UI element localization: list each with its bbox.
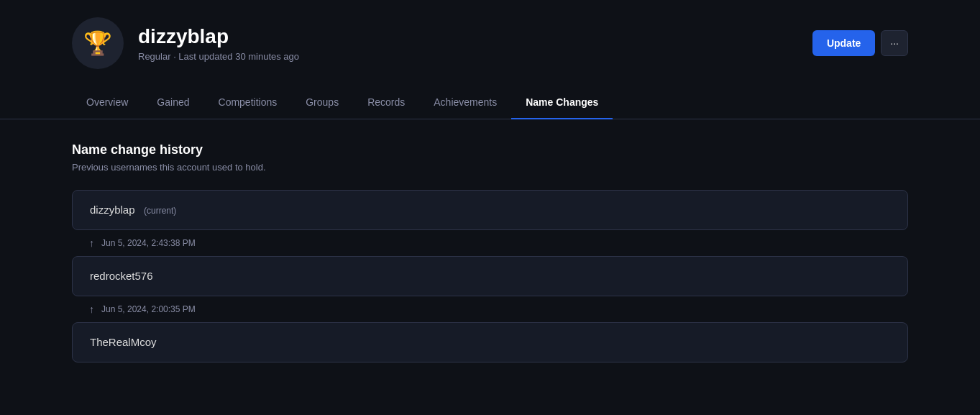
section-title: Name change history — [72, 142, 908, 158]
tab-achievements[interactable]: Achievements — [419, 86, 511, 119]
username: dizzyblap — [138, 24, 299, 49]
timestamp-2: Jun 5, 2024, 2:00:35 PM — [101, 304, 196, 314]
page-header: 🏆 dizzyblap Regular · Last updated 30 mi… — [0, 0, 980, 86]
timestamp-1: Jun 5, 2024, 2:43:38 PM — [101, 238, 196, 248]
user-meta: Regular · Last updated 30 minutes ago — [138, 51, 299, 62]
arrow-up-icon: ↑ — [89, 237, 94, 249]
tab-records[interactable]: Records — [353, 86, 419, 119]
tab-competitions[interactable]: Competitions — [204, 86, 292, 119]
tab-groups[interactable]: Groups — [291, 86, 353, 119]
header-actions: Update ··· — [812, 30, 908, 56]
name-entry-username: redrocket576 — [90, 270, 153, 282]
main-content: Name change history Previous usernames t… — [0, 119, 980, 386]
name-entry-current: dizzyblap (current) — [72, 190, 908, 230]
arrow-up-icon-2: ↑ — [89, 304, 94, 315]
user-profile-section: 🏆 dizzyblap Regular · Last updated 30 mi… — [72, 17, 299, 69]
section-description: Previous usernames this account used to … — [72, 162, 908, 173]
timeline-connector-2: ↑ Jun 5, 2024, 2:00:35 PM — [72, 296, 908, 322]
name-entry-username: dizzyblap — [90, 204, 135, 216]
tab-name-changes[interactable]: Name Changes — [511, 86, 613, 119]
name-entry-redrocket: redrocket576 — [72, 256, 908, 296]
timeline-connector-1: ↑ Jun 5, 2024, 2:43:38 PM — [72, 230, 908, 256]
update-button[interactable]: Update — [812, 30, 875, 56]
navigation-tabs: Overview Gained Competitions Groups Reco… — [0, 86, 980, 119]
name-entry-therealmcoy: TheRealMcoy — [72, 322, 908, 362]
name-entry-username: TheRealMcoy — [90, 336, 157, 348]
more-options-button[interactable]: ··· — [881, 30, 908, 56]
user-info: dizzyblap Regular · Last updated 30 minu… — [138, 24, 299, 63]
tab-overview[interactable]: Overview — [72, 86, 142, 119]
avatar: 🏆 — [72, 17, 124, 69]
tab-gained[interactable]: Gained — [142, 86, 203, 119]
current-badge: (current) — [144, 206, 176, 216]
